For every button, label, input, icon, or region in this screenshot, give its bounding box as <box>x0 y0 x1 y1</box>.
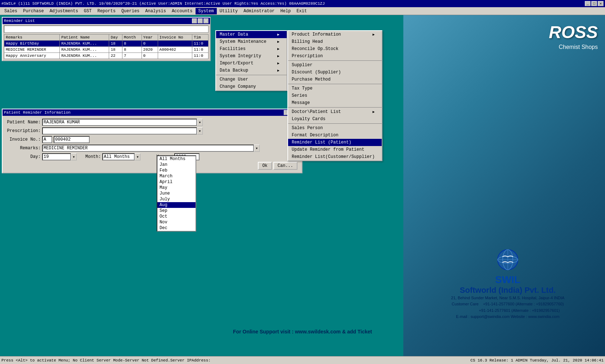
reminder-list-content: Remarks Patient Name Day Month Year Invo… <box>3 24 210 60</box>
menu-purchase[interactable]: Purchase <box>20 8 47 14</box>
col-time: Tim <box>192 35 208 41</box>
menu-sales[interactable]: Sales <box>1 8 20 14</box>
cancel-button[interactable]: Can... <box>273 162 297 170</box>
prescription-dropdown-arrow[interactable]: ▼ <box>197 127 203 135</box>
md-reminder-list-patient[interactable]: Reminder List (Patient) <box>288 139 382 146</box>
search-bar[interactable] <box>4 26 209 33</box>
md-discount-supplier[interactable]: Discount (Supplier) <box>288 69 382 76</box>
md-series[interactable]: Series <box>288 92 382 99</box>
close-button[interactable]: ✕ <box>598 1 604 6</box>
invoice-number-input[interactable] <box>54 136 90 143</box>
system-menu-divider1 <box>216 75 287 75</box>
month-option-feb[interactable]: Feb <box>157 168 196 173</box>
md-supplier[interactable]: Supplier <box>288 62 382 69</box>
maximize-button[interactable]: □ <box>591 1 597 6</box>
system-menu[interactable]: Master Data▶ System Maintenance▶ Facilit… <box>215 30 287 91</box>
month-option-april[interactable]: April <box>157 179 196 185</box>
system-menu-masterdata[interactable]: Master Data▶ <box>216 31 287 38</box>
menu-accounts[interactable]: Accounts <box>169 8 196 14</box>
reminder-list-maximize[interactable]: □ <box>198 18 203 23</box>
remarks-dropdown-arrow[interactable]: ▼ <box>254 145 260 152</box>
table-row[interactable]: Happy BirthDayRAJENDRA KUM...188011:0 <box>4 41 209 47</box>
chemist-shops-label: Chemist Shops <box>559 44 598 50</box>
window-controls[interactable]: _ □ ✕ <box>192 18 209 23</box>
month-option-sep[interactable]: Sep <box>157 208 196 214</box>
month-option-oct[interactable]: Oct <box>157 214 196 219</box>
md-prescription[interactable]: Prescription <box>288 53 382 60</box>
integrity-arrow: ▶ <box>277 54 279 58</box>
md-product-info[interactable]: Product Information▶ <box>288 31 382 38</box>
swil-title: SWIL <box>418 274 598 286</box>
month-option-nov[interactable]: Nov <box>157 219 196 225</box>
master-data-submenu[interactable]: Product Information▶ Billing Head Reconc… <box>287 30 382 161</box>
md-divider2 <box>288 84 382 84</box>
importexport-arrow: ▶ <box>277 61 279 65</box>
facilities-arrow: ▶ <box>277 47 279 51</box>
md-message[interactable]: Message <box>288 99 382 106</box>
col-invoice: Invoice No <box>158 35 192 41</box>
table-row[interactable]: Happy AnniversaryRAJENDRA KUM...227011:0 <box>4 53 209 59</box>
menu-adminstrator[interactable]: Adminstrator <box>241 8 277 14</box>
md-reminder-list-customer[interactable]: Reminder List(Customer/Supplier) <box>288 153 382 160</box>
menu-analysis[interactable]: Analysis <box>142 8 169 14</box>
day-dropdown-arrow[interactable]: ▼ <box>71 153 77 160</box>
patient-name-dropdown-arrow[interactable]: ▼ <box>197 119 203 126</box>
prescription-input[interactable] <box>42 127 197 135</box>
system-menu-backup[interactable]: Data Backup▶ <box>216 67 287 74</box>
reminder-list-minimize[interactable]: _ <box>192 18 197 23</box>
month-option-june[interactable]: June <box>157 191 196 196</box>
md-reconcile[interactable]: Reconcile Op.Stock <box>288 45 382 53</box>
menu-reports[interactable]: Reports <box>94 8 118 14</box>
menu-gst[interactable]: GST <box>81 8 95 14</box>
month-option-march[interactable]: March <box>157 173 196 179</box>
month-option-may[interactable]: May <box>157 185 196 191</box>
md-update-reminder[interactable]: Update Reminder from Patient <box>288 146 382 153</box>
ok-button[interactable]: Ok <box>258 162 272 170</box>
title-bar-controls[interactable]: _ □ ✕ <box>585 1 604 6</box>
system-menu-importexport[interactable]: Import/Export▶ <box>216 60 287 67</box>
col-month: Month <box>122 35 142 41</box>
md-sales-person[interactable]: Sales Person <box>288 124 382 132</box>
menu-adjustments[interactable]: Adjustments <box>47 8 81 14</box>
md-doctor-patient[interactable]: Doctor\Patient List▶ <box>288 108 382 115</box>
md-format-description[interactable]: Format Description <box>288 132 382 139</box>
md-divider1 <box>288 60 382 61</box>
month-dropdown[interactable]: All Months Jan Feb March April May June … <box>157 155 196 232</box>
md-tax-type[interactable]: Tax Type <box>288 85 382 92</box>
menu-help[interactable]: Help <box>278 8 294 14</box>
minimize-button[interactable]: _ <box>585 1 591 6</box>
md-divider4 <box>288 123 382 124</box>
month-option-aug[interactable]: Aug <box>157 202 196 208</box>
month-field-container: ▼ <box>102 153 140 160</box>
md-loyalty-cards[interactable]: Loyalty Cards <box>288 115 382 123</box>
md-purchase-method[interactable]: Purchase Method <box>288 76 382 83</box>
system-menu-integrity[interactable]: System Integrity▶ <box>216 53 287 60</box>
month-option-all[interactable]: All Months <box>157 156 196 162</box>
invoice-prefix-input[interactable] <box>42 136 52 143</box>
month-option-jan[interactable]: Jan <box>157 162 196 168</box>
status-left: Press <Alt> to activate Menu; No Client … <box>1 358 470 363</box>
menu-system[interactable]: System <box>196 8 217 14</box>
month-input[interactable] <box>102 153 135 160</box>
status-bar: Press <Alt> to activate Menu; No Client … <box>0 356 605 364</box>
day-input[interactable] <box>42 153 71 160</box>
month-dropdown-arrow[interactable]: ▼ <box>135 153 140 160</box>
system-menu-maintenance[interactable]: System Maintenance▶ <box>216 38 287 45</box>
status-right: CS 16.3 Release: 1 ADMIN Tuesday, Jul. 2… <box>470 358 604 363</box>
remarks-input[interactable] <box>42 145 254 152</box>
menu-exit[interactable]: Exit <box>293 8 310 14</box>
reminder-list-close[interactable]: ✕ <box>203 18 209 23</box>
month-option-july[interactable]: July <box>157 196 196 202</box>
month-option-dec[interactable]: Dec <box>157 225 196 231</box>
patient-reminder-titlebar: Patient Reminder Information _ □ ✕ <box>3 109 302 116</box>
remarks-field-container: ▼ <box>42 145 260 152</box>
patient-name-input[interactable] <box>42 119 197 126</box>
menu-queries[interactable]: Queries <box>118 8 142 14</box>
system-menu-facilities[interactable]: Facilities▶ <box>216 45 287 53</box>
system-menu-changeuser[interactable]: Change User <box>216 76 287 83</box>
menu-utility[interactable]: Utility <box>217 8 241 14</box>
title-text: #SWIL# (1)11 SOFTWORLD (INDIA) PVT. LTD.… <box>1 1 325 6</box>
system-menu-changecompany[interactable]: Change Company <box>216 83 287 90</box>
table-row[interactable]: MEDICINE REMINDERRAJENDRA KUM...1882020A… <box>4 47 209 53</box>
md-billing-head[interactable]: Billing Head <box>288 38 382 45</box>
